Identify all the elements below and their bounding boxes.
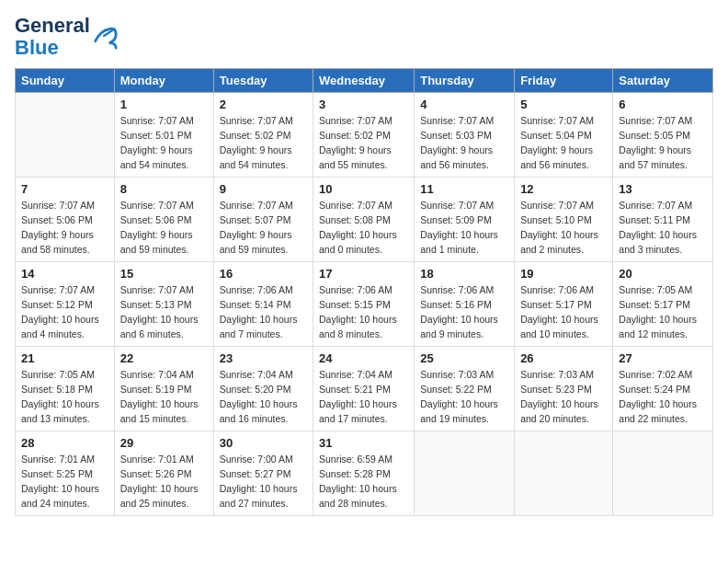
calendar-cell: 13Sunrise: 7:07 AMSunset: 5:11 PMDayligh…: [613, 178, 713, 262]
day-info: Sunrise: 7:07 AMSunset: 5:08 PMDaylight:…: [319, 199, 408, 257]
calendar-cell: 21Sunrise: 7:05 AMSunset: 5:18 PMDayligh…: [16, 347, 115, 431]
day-info: Sunrise: 7:00 AMSunset: 5:27 PMDaylight:…: [220, 453, 307, 511]
calendar-cell: [515, 431, 613, 516]
day-number: 17: [319, 267, 408, 281]
day-number: 5: [520, 98, 607, 111]
day-number: 2: [220, 98, 307, 111]
day-info: Sunrise: 7:05 AMSunset: 5:17 PMDaylight:…: [619, 283, 707, 341]
logo-icon: [92, 24, 118, 50]
calendar-cell: 16Sunrise: 7:06 AMSunset: 5:14 PMDayligh…: [213, 262, 313, 347]
day-number: 20: [619, 267, 707, 281]
day-info: Sunrise: 7:06 AMSunset: 5:16 PMDaylight:…: [420, 283, 508, 341]
day-info: Sunrise: 7:06 AMSunset: 5:17 PMDaylight:…: [520, 283, 607, 341]
day-info: Sunrise: 7:07 AMSunset: 5:07 PMDaylight:…: [220, 199, 307, 257]
calendar-cell: 19Sunrise: 7:06 AMSunset: 5:17 PMDayligh…: [515, 262, 613, 347]
calendar-cell: 14Sunrise: 7:07 AMSunset: 5:12 PMDayligh…: [16, 262, 115, 347]
calendar-cell: 6Sunrise: 7:07 AMSunset: 5:05 PMDaylight…: [613, 93, 713, 178]
day-info: Sunrise: 7:07 AMSunset: 5:02 PMDaylight:…: [220, 114, 307, 172]
day-number: 28: [21, 436, 108, 450]
day-number: 4: [420, 98, 508, 111]
header-sunday: Sunday: [16, 69, 115, 93]
week-row-4: 28Sunrise: 7:01 AMSunset: 5:25 PMDayligh…: [16, 431, 713, 516]
day-number: 27: [619, 351, 707, 365]
day-number: 8: [120, 182, 208, 196]
calendar-cell: 11Sunrise: 7:07 AMSunset: 5:09 PMDayligh…: [415, 178, 515, 262]
day-number: 13: [619, 182, 707, 196]
calendar-cell: 7Sunrise: 7:07 AMSunset: 5:06 PMDaylight…: [16, 178, 115, 262]
calendar-header-row: SundayMondayTuesdayWednesdayThursdayFrid…: [16, 69, 713, 93]
calendar-cell: 8Sunrise: 7:07 AMSunset: 5:06 PMDaylight…: [114, 178, 213, 262]
day-number: 31: [319, 436, 408, 450]
day-number: 19: [520, 267, 607, 281]
day-number: 12: [520, 182, 607, 196]
day-number: 30: [220, 436, 307, 450]
day-number: 1: [120, 98, 208, 111]
calendar-cell: 12Sunrise: 7:07 AMSunset: 5:10 PMDayligh…: [515, 178, 613, 262]
day-info: Sunrise: 7:07 AMSunset: 5:10 PMDaylight:…: [520, 199, 607, 257]
calendar-cell: 10Sunrise: 7:07 AMSunset: 5:08 PMDayligh…: [313, 178, 415, 262]
calendar-cell: 2Sunrise: 7:07 AMSunset: 5:02 PMDaylight…: [213, 93, 313, 178]
header-saturday: Saturday: [613, 69, 713, 93]
day-info: Sunrise: 7:04 AMSunset: 5:21 PMDaylight:…: [319, 368, 408, 426]
day-number: 18: [420, 267, 508, 281]
day-info: Sunrise: 7:07 AMSunset: 5:06 PMDaylight:…: [120, 199, 208, 257]
day-number: 16: [220, 267, 307, 281]
day-info: Sunrise: 7:07 AMSunset: 5:11 PMDaylight:…: [619, 199, 707, 257]
day-number: 22: [120, 351, 208, 365]
day-number: 14: [21, 267, 108, 281]
header-thursday: Thursday: [415, 69, 515, 93]
day-info: Sunrise: 7:02 AMSunset: 5:24 PMDaylight:…: [619, 368, 707, 426]
day-info: Sunrise: 7:03 AMSunset: 5:22 PMDaylight:…: [420, 368, 508, 426]
calendar-cell: [16, 93, 115, 178]
week-row-1: 7Sunrise: 7:07 AMSunset: 5:06 PMDaylight…: [16, 178, 713, 262]
day-number: 15: [120, 267, 208, 281]
week-row-3: 21Sunrise: 7:05 AMSunset: 5:18 PMDayligh…: [16, 347, 713, 431]
calendar-cell: 15Sunrise: 7:07 AMSunset: 5:13 PMDayligh…: [114, 262, 213, 347]
day-number: 23: [220, 351, 307, 365]
calendar-cell: 18Sunrise: 7:06 AMSunset: 5:16 PMDayligh…: [415, 262, 515, 347]
calendar-cell: 27Sunrise: 7:02 AMSunset: 5:24 PMDayligh…: [613, 347, 713, 431]
calendar-body: 1Sunrise: 7:07 AMSunset: 5:01 PMDaylight…: [16, 93, 713, 516]
day-info: Sunrise: 7:06 AMSunset: 5:14 PMDaylight:…: [220, 283, 307, 341]
day-number: 26: [520, 351, 607, 365]
day-number: 6: [619, 98, 707, 111]
calendar-cell: 1Sunrise: 7:07 AMSunset: 5:01 PMDaylight…: [114, 93, 213, 178]
day-info: Sunrise: 7:07 AMSunset: 5:06 PMDaylight:…: [21, 199, 108, 257]
day-number: 11: [420, 182, 508, 196]
logo: GeneralBlue: [15, 15, 118, 59]
day-info: Sunrise: 7:07 AMSunset: 5:12 PMDaylight:…: [21, 283, 108, 341]
day-info: Sunrise: 7:07 AMSunset: 5:03 PMDaylight:…: [420, 114, 508, 172]
week-row-2: 14Sunrise: 7:07 AMSunset: 5:12 PMDayligh…: [16, 262, 713, 347]
day-info: Sunrise: 7:07 AMSunset: 5:02 PMDaylight:…: [319, 114, 408, 172]
day-info: Sunrise: 7:07 AMSunset: 5:09 PMDaylight:…: [420, 199, 508, 257]
day-info: Sunrise: 7:07 AMSunset: 5:05 PMDaylight:…: [619, 114, 707, 172]
day-info: Sunrise: 6:59 AMSunset: 5:28 PMDaylight:…: [319, 453, 408, 511]
calendar-cell: 20Sunrise: 7:05 AMSunset: 5:17 PMDayligh…: [613, 262, 713, 347]
header-tuesday: Tuesday: [213, 69, 313, 93]
day-info: Sunrise: 7:06 AMSunset: 5:15 PMDaylight:…: [319, 283, 408, 341]
day-info: Sunrise: 7:07 AMSunset: 5:13 PMDaylight:…: [120, 283, 208, 341]
day-number: 9: [220, 182, 307, 196]
page-header: GeneralBlue: [15, 15, 713, 59]
calendar-cell: [613, 431, 713, 516]
day-number: 24: [319, 351, 408, 365]
day-number: 21: [21, 351, 108, 365]
calendar-cell: 25Sunrise: 7:03 AMSunset: 5:22 PMDayligh…: [415, 347, 515, 431]
header-monday: Monday: [114, 69, 213, 93]
day-info: Sunrise: 7:01 AMSunset: 5:26 PMDaylight:…: [120, 453, 208, 511]
day-number: 10: [319, 182, 408, 196]
calendar-cell: 5Sunrise: 7:07 AMSunset: 5:04 PMDaylight…: [515, 93, 613, 178]
calendar-cell: 22Sunrise: 7:04 AMSunset: 5:19 PMDayligh…: [114, 347, 213, 431]
day-number: 29: [120, 436, 208, 450]
calendar-cell: 30Sunrise: 7:00 AMSunset: 5:27 PMDayligh…: [213, 431, 313, 516]
day-info: Sunrise: 7:07 AMSunset: 5:04 PMDaylight:…: [520, 114, 607, 172]
day-number: 25: [420, 351, 508, 365]
calendar-cell: 4Sunrise: 7:07 AMSunset: 5:03 PMDaylight…: [415, 93, 515, 178]
week-row-0: 1Sunrise: 7:07 AMSunset: 5:01 PMDaylight…: [16, 93, 713, 178]
calendar-cell: 24Sunrise: 7:04 AMSunset: 5:21 PMDayligh…: [313, 347, 415, 431]
calendar-cell: 23Sunrise: 7:04 AMSunset: 5:20 PMDayligh…: [213, 347, 313, 431]
calendar-cell: [415, 431, 515, 516]
day-info: Sunrise: 7:04 AMSunset: 5:20 PMDaylight:…: [220, 368, 307, 426]
calendar-cell: 29Sunrise: 7:01 AMSunset: 5:26 PMDayligh…: [114, 431, 213, 516]
day-info: Sunrise: 7:01 AMSunset: 5:25 PMDaylight:…: [21, 453, 108, 511]
